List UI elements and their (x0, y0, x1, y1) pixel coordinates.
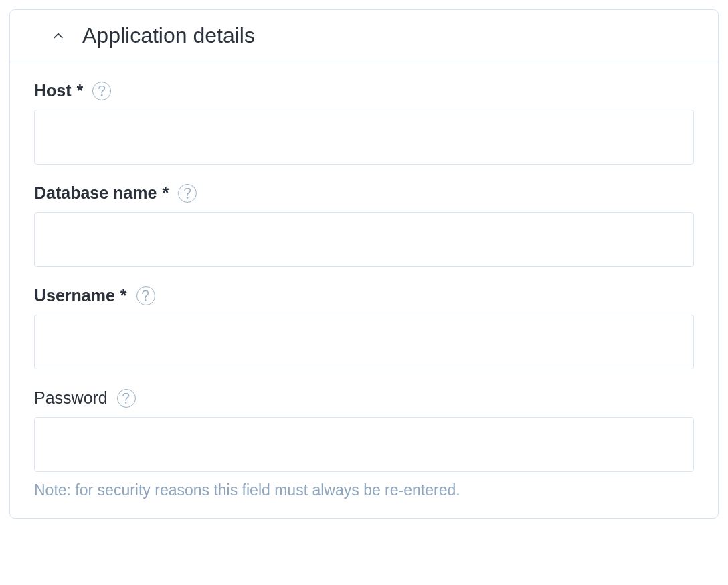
host-input[interactable] (34, 110, 694, 165)
username-label-text: Username (34, 286, 115, 305)
application-details-panel: Application details Host * Database name… (9, 9, 719, 519)
password-field-group: Password Note: for security reasons this… (34, 369, 694, 499)
database-name-label-row: Database name * (34, 183, 694, 203)
help-icon[interactable] (136, 286, 155, 305)
username-label-row: Username * (34, 286, 694, 305)
svg-point-0 (101, 94, 103, 96)
host-label-row: Host * (34, 81, 694, 100)
database-name-label: Database name * (34, 183, 169, 203)
help-icon[interactable] (117, 389, 136, 408)
database-name-input[interactable] (34, 212, 694, 267)
svg-point-1 (187, 197, 189, 199)
required-asterisk: * (72, 81, 84, 100)
application-details-body: Host * Database name * (10, 62, 718, 518)
username-field-group: Username * (34, 267, 694, 369)
database-name-label-text: Database name (34, 183, 157, 202)
host-field-group: Host * (34, 62, 694, 165)
required-asterisk: * (116, 286, 127, 305)
host-label: Host * (34, 81, 83, 100)
username-input[interactable] (34, 315, 694, 369)
database-name-field-group: Database name * (34, 165, 694, 267)
required-asterisk: * (157, 183, 169, 202)
svg-point-3 (125, 402, 127, 404)
chevron-up-icon (50, 28, 66, 44)
password-note: Note: for security reasons this field mu… (34, 481, 694, 499)
section-title: Application details (82, 23, 255, 48)
help-icon[interactable] (178, 184, 197, 203)
password-label-row: Password (34, 388, 694, 408)
application-details-header[interactable]: Application details (10, 10, 718, 62)
help-icon[interactable] (92, 82, 111, 100)
password-input[interactable] (34, 417, 694, 472)
svg-point-2 (145, 299, 147, 301)
host-label-text: Host (34, 81, 72, 100)
username-label: Username * (34, 286, 127, 305)
password-label-text: Password (34, 388, 108, 407)
password-label: Password (34, 388, 108, 408)
